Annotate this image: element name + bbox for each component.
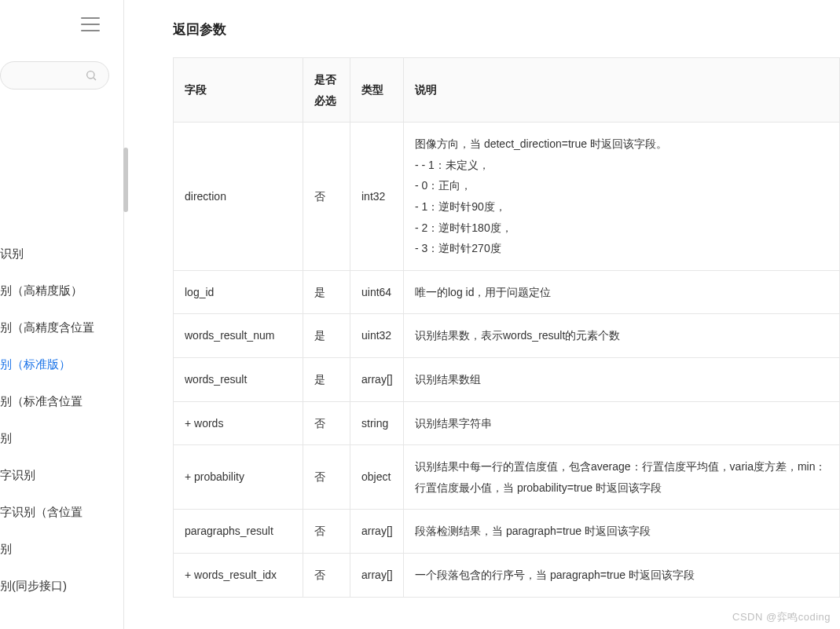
cell-desc: 识别结果数组 <box>404 357 840 401</box>
cell-required: 是 <box>303 270 350 314</box>
cell-type: array[] <box>350 357 404 401</box>
sidebar-item[interactable]: 别（标准含位置 <box>0 383 123 420</box>
desc-line: - 3：逆时针270度 <box>415 238 828 259</box>
cell-type: int32 <box>350 123 404 271</box>
sidebar-item[interactable]: 别(同步接口) <box>0 568 123 605</box>
cell-field: direction <box>174 123 303 271</box>
table-body: direction否int32图像方向，当 detect_direction=t… <box>174 123 840 597</box>
col-field: 字段 <box>174 58 303 123</box>
return-params-table: 字段 是否必选 类型 说明 direction否int32图像方向，当 dete… <box>173 57 840 598</box>
sidebar-nav: 识别别（高精度版）别（高精度含位置别（标准版）别（标准含位置别字识别字识别（含位… <box>0 236 123 605</box>
cell-desc: 一个段落包含的行序号，当 paragraph=true 时返回该字段 <box>404 553 840 597</box>
sidebar-item[interactable]: 别（标准版） <box>0 346 123 383</box>
desc-line: 图像方向，当 detect_direction=true 时返回该字段。 <box>415 133 828 155</box>
desc-line: 段落检测结果，当 paragraph=true 时返回该字段 <box>415 521 828 542</box>
sidebar-item[interactable]: 字识别 <box>0 457 123 494</box>
col-desc: 说明 <box>404 58 840 123</box>
sidebar-item[interactable]: 别（高精度版） <box>0 272 123 309</box>
cell-required: 是 <box>303 357 350 401</box>
sidebar-scrollbar[interactable] <box>123 126 128 330</box>
cell-required: 否 <box>303 123 350 271</box>
col-type: 类型 <box>350 58 404 123</box>
cell-required: 是 <box>303 314 350 358</box>
cell-field: + words_result_idx <box>174 553 303 597</box>
cell-required: 否 <box>303 553 350 597</box>
cell-type: string <box>350 401 404 445</box>
desc-line: - 2：逆时针180度， <box>415 218 828 239</box>
cell-field: paragraphs_result <box>174 510 303 554</box>
desc-line: - 0：正向， <box>415 175 828 196</box>
table-row: log_id是uint64唯一的log id，用于问题定位 <box>174 270 840 314</box>
table-row: + words否string识别结果字符串 <box>174 401 840 445</box>
desc-line: 识别结果数，表示words_result的元素个数 <box>415 325 828 346</box>
desc-line: - - 1：未定义， <box>415 155 828 176</box>
cell-type: uint64 <box>350 270 404 314</box>
table-header-row: 字段 是否必选 类型 说明 <box>174 58 840 123</box>
cell-field: words_result <box>174 357 303 401</box>
desc-line: 唯一的log id，用于问题定位 <box>415 282 828 303</box>
cell-type: object <box>350 445 404 510</box>
cell-type: uint32 <box>350 314 404 358</box>
cell-field: log_id <box>174 270 303 314</box>
cell-field: words_result_num <box>174 314 303 358</box>
cell-desc: 图像方向，当 detect_direction=true 时返回该字段。- - … <box>404 123 840 271</box>
desc-line: 识别结果字符串 <box>415 413 828 434</box>
cell-desc: 识别结果中每一行的置信度值，包含average：行置信度平均值，varia度方差… <box>404 445 840 510</box>
main-content: 返回参数 字段 是否必选 类型 说明 direction否int32图像方向，当… <box>173 20 840 629</box>
table-row: words_result_num是uint32识别结果数，表示words_res… <box>174 314 840 358</box>
cell-desc: 唯一的log id，用于问题定位 <box>404 270 840 314</box>
cell-desc: 识别结果数，表示words_result的元素个数 <box>404 314 840 358</box>
section-title: 返回参数 <box>173 20 840 38</box>
table-row: words_result是array[]识别结果数组 <box>174 357 840 401</box>
sidebar-item[interactable]: 别（高精度含位置 <box>0 309 123 346</box>
search-input[interactable] <box>0 61 109 90</box>
table-row: + words_result_idx否array[]一个段落包含的行序号，当 p… <box>174 553 840 597</box>
cell-desc: 段落检测结果，当 paragraph=true 时返回该字段 <box>404 510 840 554</box>
cell-field: + words <box>174 401 303 445</box>
desc-line: 识别结果数组 <box>415 369 828 390</box>
sidebar-item[interactable]: 别 <box>0 531 123 568</box>
cell-type: array[] <box>350 553 404 597</box>
cell-required: 否 <box>303 401 350 445</box>
col-required: 是否必选 <box>303 58 350 123</box>
desc-line: 一个段落包含的行序号，当 paragraph=true 时返回该字段 <box>415 565 828 586</box>
cell-field: + probability <box>174 445 303 510</box>
cell-type: array[] <box>350 510 404 554</box>
table-row: paragraphs_result否array[]段落检测结果，当 paragr… <box>174 510 840 554</box>
sidebar-item[interactable]: 别 <box>0 420 123 457</box>
svg-point-0 <box>87 71 94 79</box>
table-row: + probability否object识别结果中每一行的置信度值，包含aver… <box>174 445 840 510</box>
desc-line: 识别结果中每一行的置信度值，包含average：行置信度平均值，varia度方差… <box>415 456 828 498</box>
sidebar: 识别别（高精度版）别（高精度含位置别（标准版）别（标准含位置别字识别字识别（含位… <box>0 0 124 629</box>
sidebar-item[interactable]: 识别 <box>0 236 123 272</box>
search-icon <box>85 69 97 82</box>
sidebar-item[interactable]: 字识别（含位置 <box>0 494 123 531</box>
svg-line-1 <box>94 78 96 80</box>
sidebar-scrollbar-thumb[interactable] <box>123 148 128 212</box>
hamburger-menu-icon[interactable] <box>81 17 100 31</box>
cell-required: 否 <box>303 445 350 510</box>
cell-required: 否 <box>303 510 350 554</box>
cell-desc: 识别结果字符串 <box>404 401 840 445</box>
table-row: direction否int32图像方向，当 detect_direction=t… <box>174 123 840 271</box>
desc-line: - 1：逆时针90度， <box>415 196 828 218</box>
